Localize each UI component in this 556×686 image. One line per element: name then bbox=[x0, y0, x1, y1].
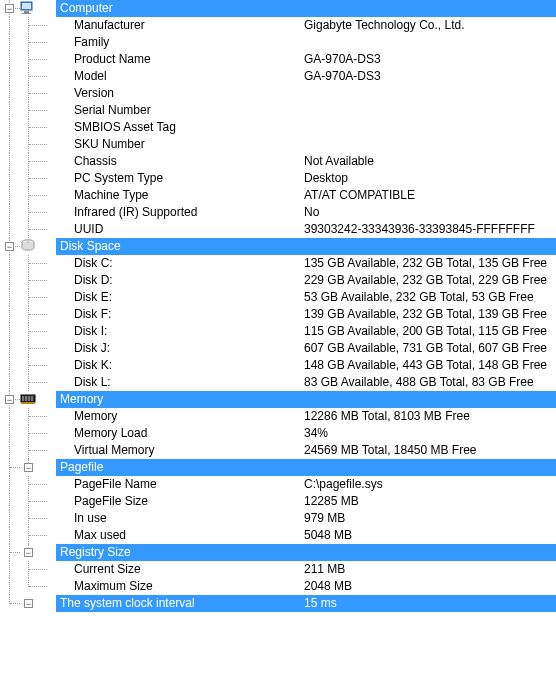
svg-point-5 bbox=[27, 242, 29, 243]
disk-prop-label: Disk D: bbox=[74, 272, 304, 289]
svg-rect-11 bbox=[21, 402, 35, 404]
disk-prop-value: 115 GB Available, 200 GB Total, 115 GB F… bbox=[304, 323, 556, 340]
collapse-toggle[interactable]: − bbox=[24, 599, 33, 608]
disk-prop[interactable]: Disk F:139 GB Available, 232 GB Total, 1… bbox=[0, 306, 556, 323]
computer-icon bbox=[20, 0, 36, 16]
computer-prop-value: AT/AT COMPATIBLE bbox=[304, 187, 556, 204]
disk-prop[interactable]: Disk K:148 GB Available, 443 GB Total, 1… bbox=[0, 357, 556, 374]
section-pagefile-header[interactable]: −Pagefile bbox=[0, 459, 556, 476]
disk-prop-label: Disk L: bbox=[74, 374, 304, 391]
disk-prop[interactable]: Disk J:607 GB Available, 731 GB Total, 6… bbox=[0, 340, 556, 357]
memory-prop-label: Memory Load bbox=[74, 425, 304, 442]
disk-prop[interactable]: Disk L:83 GB Available, 488 GB Total, 83… bbox=[0, 374, 556, 391]
computer-prop[interactable]: SKU Number bbox=[0, 136, 556, 153]
registry-prop-label: Current Size bbox=[74, 561, 304, 578]
pagefile-prop-value: 12285 MB bbox=[304, 493, 556, 510]
section-disk-header[interactable]: −Disk Space bbox=[0, 238, 556, 255]
disk-prop-label: Disk C: bbox=[74, 255, 304, 272]
memory-prop-label: Virtual Memory bbox=[74, 442, 304, 459]
collapse-toggle[interactable]: − bbox=[24, 548, 33, 557]
pagefile-prop[interactable]: PageFile Size12285 MB bbox=[0, 493, 556, 510]
disk-prop-value: 148 GB Available, 443 GB Total, 148 GB F… bbox=[304, 357, 556, 374]
disk-prop-value: 53 GB Available, 232 GB Total, 53 GB Fre… bbox=[304, 289, 556, 306]
memory-prop[interactable]: Memory12286 MB Total, 8103 MB Free bbox=[0, 408, 556, 425]
disk-prop-label: Disk E: bbox=[74, 289, 304, 306]
computer-prop[interactable]: ManufacturerGigabyte Technology Co., Ltd… bbox=[0, 17, 556, 34]
pagefile-prop[interactable]: Max used5048 MB bbox=[0, 527, 556, 544]
computer-prop-label: Machine Type bbox=[74, 187, 304, 204]
collapse-toggle[interactable]: − bbox=[5, 395, 14, 404]
computer-prop[interactable]: Product NameGA-970A-DS3 bbox=[0, 51, 556, 68]
memory-prop[interactable]: Virtual Memory24569 MB Total, 18450 MB F… bbox=[0, 442, 556, 459]
collapse-toggle[interactable]: − bbox=[24, 463, 33, 472]
computer-prop[interactable]: SMBIOS Asset Tag bbox=[0, 119, 556, 136]
registry-prop[interactable]: Maximum Size2048 MB bbox=[0, 578, 556, 595]
section-pagefile-title: Pagefile bbox=[60, 459, 304, 476]
registry-prop-label: Maximum Size bbox=[74, 578, 304, 595]
computer-prop-value bbox=[304, 34, 556, 51]
computer-prop-value bbox=[304, 136, 556, 153]
computer-prop[interactable]: PC System TypeDesktop bbox=[0, 170, 556, 187]
computer-prop[interactable]: ModelGA-970A-DS3 bbox=[0, 68, 556, 85]
computer-prop-label: Model bbox=[74, 68, 304, 85]
computer-prop-label: Version bbox=[74, 85, 304, 102]
disk-prop-value: 135 GB Available, 232 GB Total, 135 GB F… bbox=[304, 255, 556, 272]
pagefile-prop-label: In use bbox=[74, 510, 304, 527]
disk-prop[interactable]: Disk D:229 GB Available, 232 GB Total, 2… bbox=[0, 272, 556, 289]
computer-prop-label: SKU Number bbox=[74, 136, 304, 153]
disk-prop[interactable]: Disk C:135 GB Available, 232 GB Total, 1… bbox=[0, 255, 556, 272]
computer-prop-label: Family bbox=[74, 34, 304, 51]
computer-prop-label: Product Name bbox=[74, 51, 304, 68]
disk-prop-label: Disk F: bbox=[74, 306, 304, 323]
pagefile-prop-label: PageFile Size bbox=[74, 493, 304, 510]
computer-prop[interactable]: Machine TypeAT/AT COMPATIBLE bbox=[0, 187, 556, 204]
computer-prop-value bbox=[304, 102, 556, 119]
computer-prop-label: Chassis bbox=[74, 153, 304, 170]
registry-prop-value: 2048 MB bbox=[304, 578, 556, 595]
section-memory-header[interactable]: −Memory bbox=[0, 391, 556, 408]
computer-prop[interactable]: Version bbox=[0, 85, 556, 102]
svg-rect-9 bbox=[28, 396, 30, 401]
section-registry-title: Registry Size bbox=[60, 544, 304, 561]
computer-prop-value: Gigabyte Technology Co., Ltd. bbox=[304, 17, 556, 34]
section-memory-title: Memory bbox=[60, 391, 304, 408]
disk-prop[interactable]: Disk E:53 GB Available, 232 GB Total, 53… bbox=[0, 289, 556, 306]
computer-prop-value: GA-970A-DS3 bbox=[304, 68, 556, 85]
section-registry-header[interactable]: −Registry Size bbox=[0, 544, 556, 561]
registry-prop[interactable]: Current Size211 MB bbox=[0, 561, 556, 578]
pagefile-prop[interactable]: In use979 MB bbox=[0, 510, 556, 527]
computer-prop-label: PC System Type bbox=[74, 170, 304, 187]
disk-prop-value: 607 GB Available, 731 GB Total, 607 GB F… bbox=[304, 340, 556, 357]
registry-prop-value: 211 MB bbox=[304, 561, 556, 578]
pagefile-prop-label: Max used bbox=[74, 527, 304, 544]
computer-prop-label: SMBIOS Asset Tag bbox=[74, 119, 304, 136]
computer-prop-label: Serial Number bbox=[74, 102, 304, 119]
section-disk-title: Disk Space bbox=[60, 238, 304, 255]
computer-prop-value: GA-970A-DS3 bbox=[304, 51, 556, 68]
memory-prop-value: 12286 MB Total, 8103 MB Free bbox=[304, 408, 556, 425]
computer-prop-value: 39303242-33343936-33393845-FFFFFFFF bbox=[304, 221, 556, 238]
computer-prop-value: Not Available bbox=[304, 153, 556, 170]
collapse-toggle[interactable]: − bbox=[5, 242, 14, 251]
computer-prop-value: No bbox=[304, 204, 556, 221]
disk-prop[interactable]: Disk I:115 GB Available, 200 GB Total, 1… bbox=[0, 323, 556, 340]
computer-prop[interactable]: UUID39303242-33343936-33393845-FFFFFFFF bbox=[0, 221, 556, 238]
disk-icon bbox=[20, 238, 36, 254]
computer-prop[interactable]: Serial Number bbox=[0, 102, 556, 119]
pagefile-prop-value: 979 MB bbox=[304, 510, 556, 527]
section-computer-header[interactable]: −Computer bbox=[0, 0, 556, 17]
svg-rect-3 bbox=[22, 13, 31, 14]
computer-prop-label: UUID bbox=[74, 221, 304, 238]
svg-rect-8 bbox=[25, 396, 27, 401]
memory-prop[interactable]: Memory Load34% bbox=[0, 425, 556, 442]
computer-prop[interactable]: ChassisNot Available bbox=[0, 153, 556, 170]
section-clock-header[interactable]: −The system clock interval15 ms bbox=[0, 595, 556, 612]
section-clock-value: 15 ms bbox=[304, 595, 556, 612]
collapse-toggle[interactable]: − bbox=[5, 4, 14, 13]
memory-prop-value: 24569 MB Total, 18450 MB Free bbox=[304, 442, 556, 459]
computer-prop[interactable]: Infrared (IR) SupportedNo bbox=[0, 204, 556, 221]
svg-rect-2 bbox=[24, 11, 29, 13]
disk-prop-label: Disk J: bbox=[74, 340, 304, 357]
computer-prop[interactable]: Family bbox=[0, 34, 556, 51]
pagefile-prop[interactable]: PageFile NameC:\pagefile.sys bbox=[0, 476, 556, 493]
